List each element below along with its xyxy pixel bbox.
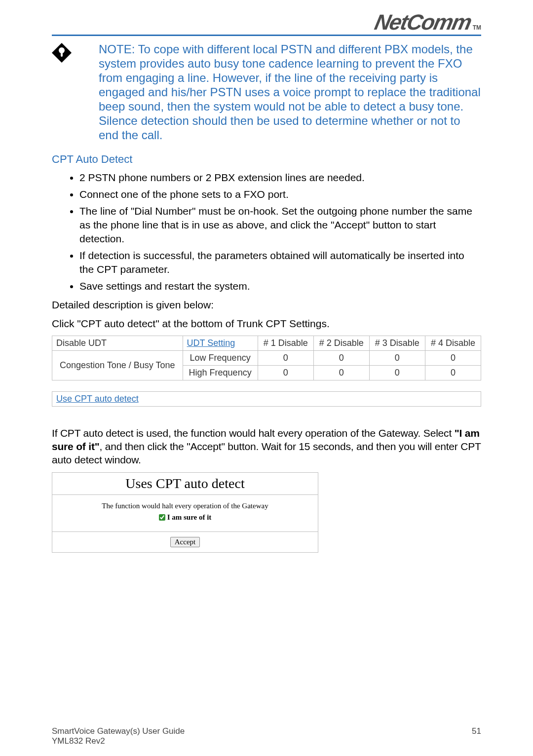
list-item: Save settings and restart the system. [79, 279, 481, 293]
use-cpt-link-box: Use CPT auto detect [52, 391, 481, 407]
accept-button[interactable]: Accept [170, 537, 200, 547]
paragraph-text: If CPT auto detect is used, the function… [52, 426, 481, 466]
description-text: Detailed description is given below: [52, 298, 481, 312]
alert-diamond-icon [52, 43, 72, 63]
page-footer: SmartVoice Gateway(s) User Guide YML832 … [52, 726, 481, 746]
table-cell: 0 [313, 351, 369, 366]
table-cell: 0 [313, 366, 369, 380]
col-header: # 1 Disable [258, 336, 313, 351]
col-header: # 4 Disable [425, 336, 481, 351]
table-cell: 0 [258, 366, 313, 380]
note-text: NOTE: To cope with different local PSTN … [99, 42, 481, 142]
list-item: If detection is successful, the paramete… [79, 249, 481, 276]
list-item: 2 PSTN phone numbers or 2 PBX extension … [79, 171, 481, 185]
table-cell: 0 [425, 366, 481, 380]
col-header: # 3 Disable [369, 336, 425, 351]
dialog-warning-text: The function would halt every operation … [57, 502, 313, 510]
section-title: CPT Auto Detect [52, 153, 481, 166]
table-cell: 0 [369, 366, 425, 380]
header-rule [52, 35, 481, 36]
row-label: Congestion Tone / Busy Tone [52, 351, 183, 380]
table-cell: 0 [425, 351, 481, 366]
svg-rect-2 [61, 50, 63, 57]
sub-label: High Frequency [183, 366, 258, 380]
brand-wordmark: NetComm [373, 10, 473, 35]
page-header: NetComm TM [52, 10, 481, 35]
footer-title: SmartVoice Gateway(s) User Guide [52, 726, 185, 736]
footer-rev: YML832 Rev2 [52, 736, 185, 746]
udt-settings-table: Disable UDT UDT Setting # 1 Disable # 2 … [52, 336, 481, 380]
list-item: Connect one of the phone sets to a FXO p… [79, 188, 481, 201]
cpt-auto-detect-dialog: Uses CPT auto detect The function would … [52, 472, 318, 553]
list-item: The line of "Dial Number" must be on-hoo… [79, 204, 481, 246]
col-header: # 2 Disable [313, 336, 369, 351]
disable-udt-label: Disable UDT [52, 336, 183, 351]
udt-setting-link[interactable]: UDT Setting [183, 336, 258, 351]
bullet-list: 2 PSTN phone numbers or 2 PBX extension … [52, 171, 481, 293]
brand-logo: NetComm TM [375, 10, 481, 35]
dialog-title: Uses CPT auto detect [52, 473, 318, 495]
i-am-sure-checkbox[interactable] [159, 514, 165, 521]
table-cell: 0 [369, 351, 425, 366]
page-number: 51 [472, 726, 481, 746]
sub-label: Low Frequency [183, 351, 258, 366]
brand-tm: TM [473, 24, 481, 31]
sure-checkbox-row[interactable]: I am sure of it [159, 513, 212, 522]
sure-label: I am sure of it [167, 513, 212, 522]
description-text: Click "CPT auto detect" at the bottom of… [52, 317, 481, 331]
table-cell: 0 [258, 351, 313, 366]
use-cpt-auto-detect-link[interactable]: Use CPT auto detect [56, 394, 139, 404]
